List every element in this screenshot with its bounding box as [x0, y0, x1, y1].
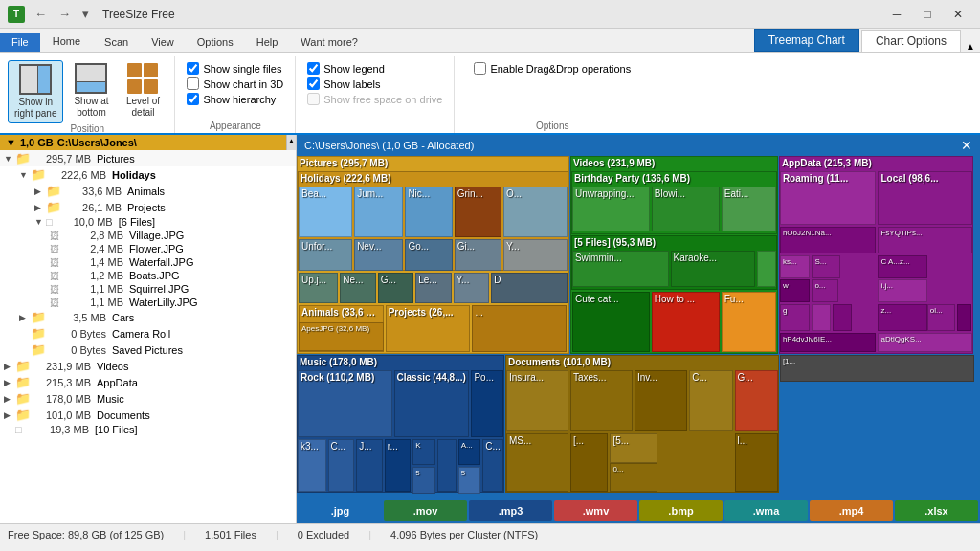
tree-item-10files[interactable]: ▶ □ 19,3 MB [10 Files] — [0, 423, 296, 436]
treemap-block[interactable]: aDtlQgKS... — [878, 333, 972, 353]
tree-item-camera[interactable]: ▶ 📁 0 Bytes Camera Roll — [0, 325, 296, 342]
treemap-block[interactable]: How to ... — [652, 292, 720, 353]
tree-item-music[interactable]: ▶ 📁 178,0 MB Music — [0, 390, 296, 407]
treemap-block[interactable]: D — [491, 273, 568, 303]
tree-item-holidays[interactable]: ▼ 📁 222,6 MB Holidays — [0, 166, 296, 183]
tab-chart-options[interactable]: Chart Options — [861, 30, 961, 52]
show-single-files-check[interactable]: Show single files — [187, 62, 283, 75]
treemap-block[interactable]: Nev... — [354, 239, 403, 271]
treemap-block[interactable]: G... — [378, 273, 413, 303]
tree-item-boats[interactable]: 🖼 1,2 MB Boats.JPG — [0, 269, 296, 282]
treemap-block[interactable]: Jum... — [354, 187, 403, 237]
tab-options[interactable]: Options — [186, 33, 245, 52]
treemap-canvas[interactable]: Pictures (295,7 MB)Holidays (222,6 MB)Be… — [297, 156, 980, 498]
treemap-block[interactable]: S... — [812, 255, 840, 277]
tree-item-pictures[interactable]: ▼ 📁 295,7 MB Pictures — [0, 150, 296, 166]
treemap-block[interactable]: Karaoke... — [671, 251, 756, 287]
tree-item-cars[interactable]: ▶ 📁 3,5 MB Cars — [0, 309, 296, 325]
treemap-block[interactable]: Classic (44,8...) — [394, 370, 470, 437]
treemap-block[interactable]: Projects (26,... — [386, 305, 471, 353]
show-free-space-check[interactable]: Show free space on drive — [307, 93, 442, 105]
level-of-detail-button[interactable]: Level ofdetail — [119, 60, 167, 121]
tab-help[interactable]: Help — [245, 33, 290, 52]
treemap-block[interactable]: C... — [689, 370, 732, 431]
treemap-block[interactable]: r... — [385, 439, 412, 491]
treemap-block[interactable]: ol... — [927, 304, 956, 331]
show-hierarchy-check[interactable]: Show hierarchy — [187, 93, 283, 105]
treemap-block[interactable]: Unfor... — [299, 239, 352, 271]
treemap-block[interactable]: C... — [328, 439, 355, 491]
treemap-block[interactable]: ApesJPG (32,6 MB) — [299, 322, 384, 351]
treemap-block[interactable] — [833, 304, 852, 331]
show-legend-check[interactable]: Show legend — [307, 62, 442, 75]
show-right-pane-button[interactable]: Show inright pane — [8, 60, 63, 123]
sidebar-scroll[interactable]: ▼ 📁 295,7 MB Pictures ▼ 📁 222,6 MB Holid… — [0, 150, 296, 523]
treemap-close-button[interactable]: ✕ — [961, 138, 972, 153]
tab-view[interactable]: View — [140, 33, 186, 52]
treemap-block[interactable]: hP4dvJlv6IE... — [780, 333, 877, 353]
tree-item-6files[interactable]: ▼ □ 10,0 MB [6 Files] — [0, 215, 296, 229]
treemap-block[interactable]: Nic... — [405, 187, 452, 237]
treemap-block[interactable]: C... — [482, 439, 503, 491]
tree-item-appdata[interactable]: ▶ 📁 215,3 MB AppData — [0, 374, 296, 390]
treemap-block[interactable]: hOoJ2N1Na... — [780, 227, 877, 253]
legend-item-wmv[interactable]: .wmv — [554, 500, 637, 521]
scroll-bar-top[interactable]: ▲ — [286, 135, 296, 150]
legend-item-xlsx[interactable]: .xlsx — [895, 500, 978, 521]
tab-treemap-chart[interactable]: Treemap Chart — [754, 29, 859, 52]
tab-wantmore[interactable]: Want more? — [289, 33, 369, 52]
treemap-block[interactable]: Local (98,6... — [878, 171, 972, 225]
forward-button[interactable]: → — [55, 5, 75, 23]
treemap-block[interactable]: [5... — [610, 433, 657, 463]
tree-item-animals[interactable]: ▶ 📁 33,6 MB Animals — [0, 183, 296, 199]
legend-item-mp3[interactable]: .mp3 — [469, 500, 552, 521]
minimize-button[interactable]: ─ — [882, 3, 911, 26]
treemap-block[interactable] — [757, 251, 776, 287]
treemap-block[interactable]: z... — [878, 304, 926, 331]
treemap-block[interactable]: Ne... — [340, 273, 375, 303]
treemap-block[interactable]: A... — [458, 439, 481, 465]
close-button[interactable]: ✕ — [944, 3, 972, 26]
treemap-block[interactable]: ... — [472, 305, 567, 353]
treemap-block[interactable]: [1... — [780, 355, 974, 382]
treemap-block[interactable]: k3... — [298, 439, 326, 491]
treemap-block[interactable]: Rock (110,2 MB) — [298, 370, 392, 437]
treemap-block[interactable]: Cute cat... — [572, 292, 650, 353]
treemap-block[interactable]: 5 — [412, 467, 435, 493]
treemap-block[interactable]: Unwrapping... — [572, 187, 650, 231]
legend-item-jpg[interactable]: .jpg — [299, 500, 382, 521]
show-labels-check[interactable]: Show labels — [307, 77, 442, 90]
treemap-block[interactable] — [812, 304, 831, 331]
tree-item-saved-pictures[interactable]: ▶ 📁 0 Bytes Saved Pictures — [0, 342, 296, 358]
treemap-block[interactable]: Eati... — [722, 187, 776, 231]
treemap-block[interactable]: 0... — [610, 463, 657, 492]
treemap-block[interactable]: Le... — [415, 273, 451, 303]
treemap-block[interactable]: J... — [356, 439, 383, 491]
tree-item-flower[interactable]: 🖼 2,4 MB Flower.JPG — [0, 242, 296, 255]
treemap-block[interactable]: O... — [503, 187, 568, 237]
treemap-block[interactable]: Roaming (11... — [780, 171, 877, 225]
treemap-block[interactable] — [437, 439, 457, 491]
back-button[interactable]: ← — [31, 5, 51, 23]
treemap-block[interactable]: Fu... — [722, 292, 776, 353]
legend-item-mov[interactable]: .mov — [384, 500, 467, 521]
treemap-block[interactable]: w — [780, 279, 811, 301]
tab-scan[interactable]: Scan — [93, 33, 140, 52]
treemap-block[interactable]: Inv... — [635, 370, 687, 431]
treemap-block[interactable]: Po... — [471, 370, 503, 437]
enable-dragdrop-check[interactable]: Enable Drag&Drop operations — [474, 62, 631, 75]
treemap-block[interactable]: Y... — [503, 239, 568, 271]
treemap-block[interactable]: MS... — [506, 433, 568, 492]
treemap-block[interactable]: Grin... — [455, 187, 501, 237]
tree-item-videos[interactable]: ▶ 📁 231,9 MB Videos — [0, 358, 296, 374]
treemap-block[interactable]: Blowi... — [652, 187, 720, 231]
treemap-block[interactable]: g — [780, 304, 811, 331]
tree-item-squirrel[interactable]: 🖼 1,1 MB Squirrel.JPG — [0, 282, 296, 296]
legend-item-bmp[interactable]: .bmp — [639, 500, 723, 521]
ribbon-collapse[interactable]: ▲ — [961, 41, 980, 52]
treemap-block[interactable]: C A...z... — [878, 255, 926, 277]
treemap-block[interactable]: FsYQTlPs... — [878, 227, 972, 253]
treemap-block[interactable] — [957, 304, 971, 331]
treemap-block[interactable]: o... — [812, 279, 838, 301]
tab-home[interactable]: Home — [40, 31, 93, 52]
